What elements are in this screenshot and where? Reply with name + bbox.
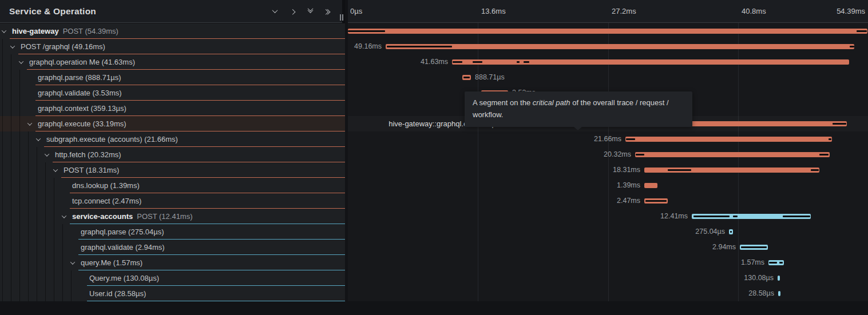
critical-path-segment[interactable]	[783, 216, 810, 217]
indent-guide	[19, 178, 28, 193]
span-bar[interactable]	[625, 137, 832, 142]
critical-path-segment[interactable]	[636, 154, 644, 155]
span-bar[interactable]	[778, 291, 780, 296]
span-bar[interactable]	[386, 44, 854, 49]
indent-guide	[28, 270, 37, 286]
span-row[interactable]: Query.me (130.08µs)	[0, 270, 345, 286]
span-row[interactable]: http.fetch (20.32ms)	[0, 147, 345, 162]
span-bar[interactable]	[452, 59, 849, 65]
critical-path-segment[interactable]	[811, 169, 819, 171]
critical-path-segment[interactable]	[473, 61, 482, 63]
operation-label: graphql.validate (3.53ms)	[38, 89, 122, 97]
critical-path-segment[interactable]	[733, 216, 738, 217]
collapse-chevron-icon[interactable]	[27, 121, 32, 125]
critical-path-segment[interactable]	[517, 61, 520, 63]
span-row[interactable]: graphql.validate (2.94ms)	[0, 240, 345, 255]
duration-label: 41.63ms	[421, 54, 448, 70]
span-row[interactable]: graphql.operation Me (41.63ms)	[0, 54, 345, 70]
indent-guide	[54, 286, 62, 301]
indent-guide	[37, 255, 45, 270]
indent-guide	[45, 255, 54, 270]
indent-guide	[62, 286, 71, 301]
critical-path-segment[interactable]	[453, 61, 462, 63]
critical-path-segment[interactable]	[819, 154, 829, 155]
collapse-chevron-icon[interactable]	[53, 167, 58, 172]
chevron-right-icon[interactable]	[288, 7, 296, 15]
critical-path-segment[interactable]	[833, 123, 846, 125]
span-row[interactable]: graphql.parse (888.71µs)	[0, 70, 345, 85]
span-row[interactable]: POST (18.31ms)	[0, 162, 345, 178]
indent-guide	[45, 162, 54, 178]
span-row[interactable]: graphql.validate (3.53ms)	[0, 85, 345, 101]
indent-guide	[37, 240, 45, 255]
indent-guide	[54, 255, 62, 270]
operation-label: graphql.operation Me (41.63ms)	[29, 58, 135, 66]
indent-guide	[19, 162, 28, 178]
critical-path-segment[interactable]	[779, 262, 783, 264]
indent-guide	[37, 147, 45, 162]
critical-path-segment[interactable]	[850, 46, 854, 47]
indent-guide	[2, 224, 11, 240]
duration-label: 1.39ms	[617, 178, 640, 193]
critical-path-segment[interactable]	[463, 77, 470, 78]
collapse-chevron-icon[interactable]	[2, 28, 6, 33]
span-tree: hive-gatewayPOST (54.39ms)POST /graphql …	[0, 23, 345, 301]
indent-guide	[2, 286, 11, 301]
span-row[interactable]: User.id (28.58µs)	[0, 286, 345, 301]
indent-guide	[19, 286, 28, 301]
collapse-chevron-icon[interactable]	[70, 260, 75, 264]
collapse-chevron-icon[interactable]	[36, 136, 41, 141]
critical-path-segment[interactable]	[524, 61, 529, 63]
critical-path-segment[interactable]	[668, 169, 691, 171]
critical-path-segment[interactable]	[829, 138, 831, 140]
double-chevron-right-icon[interactable]	[324, 7, 332, 15]
collapse-chevron-icon[interactable]	[10, 43, 15, 48]
axis-tick-label: 0µs	[350, 0, 362, 23]
span-bar[interactable]	[348, 29, 867, 34]
span-row[interactable]: graphql.execute (33.19ms)	[0, 116, 345, 131]
span-bar[interactable]	[635, 152, 830, 157]
operation-label: Query.me (130.08µs)	[89, 274, 159, 282]
span-bar[interactable]	[644, 183, 657, 188]
axis-tick-label: 40.8ms	[742, 0, 766, 23]
operation-label: query.Me (1.57ms)	[81, 258, 142, 267]
indent-guide	[28, 209, 37, 224]
span-bar[interactable]	[778, 276, 780, 281]
critical-path-segment[interactable]	[645, 200, 667, 202]
critical-path-segment[interactable]	[693, 216, 730, 217]
indent-guide	[45, 286, 54, 301]
span-row[interactable]: graphql.parse (275.04µs)	[0, 224, 345, 240]
service-name: hive-gateway	[12, 27, 59, 35]
duration-label: 20.32ms	[604, 147, 631, 162]
indent-guide	[11, 131, 19, 147]
collapse-chevron-icon[interactable]	[45, 151, 49, 156]
critical-path-segment[interactable]	[741, 246, 767, 248]
indent-guide	[37, 270, 45, 286]
panel-resize-grip[interactable]	[340, 14, 346, 21]
indent-guide	[71, 270, 80, 286]
indent-guide	[54, 224, 62, 240]
critical-path-segment[interactable]	[730, 231, 732, 233]
indent-guide	[2, 131, 11, 147]
span-row[interactable]: dns.lookup (1.39ms)	[0, 178, 345, 193]
span-row[interactable]: service-accountsPOST (12.41ms)	[0, 209, 345, 224]
span-row[interactable]: graphql.context (359.13µs)	[0, 101, 345, 116]
critical-path-segment[interactable]	[626, 138, 635, 140]
double-chevron-down-icon[interactable]	[306, 7, 314, 15]
indent-guide	[11, 116, 19, 131]
span-row[interactable]: POST /graphql (49.16ms)	[0, 39, 345, 54]
critical-path-segment[interactable]	[769, 262, 777, 264]
critical-path-segment[interactable]	[348, 30, 385, 32]
span-row[interactable]: hive-gatewayPOST (54.39ms)	[0, 23, 345, 39]
indent-guide	[54, 193, 62, 209]
collapse-chevron-icon[interactable]	[62, 213, 66, 218]
span-row[interactable]: query.Me (1.57ms)	[0, 255, 345, 270]
critical-path-segment[interactable]	[387, 46, 452, 47]
span-row[interactable]: tcp.connect (2.47ms)	[0, 193, 345, 209]
chevron-down-icon[interactable]	[271, 7, 279, 15]
critical-path-segment[interactable]	[857, 30, 867, 32]
indent-guide	[28, 240, 37, 255]
span-row[interactable]: subgraph.execute (accounts) (21.66ms)	[0, 131, 345, 147]
indent-guide	[11, 240, 19, 255]
collapse-chevron-icon[interactable]	[19, 59, 23, 63]
